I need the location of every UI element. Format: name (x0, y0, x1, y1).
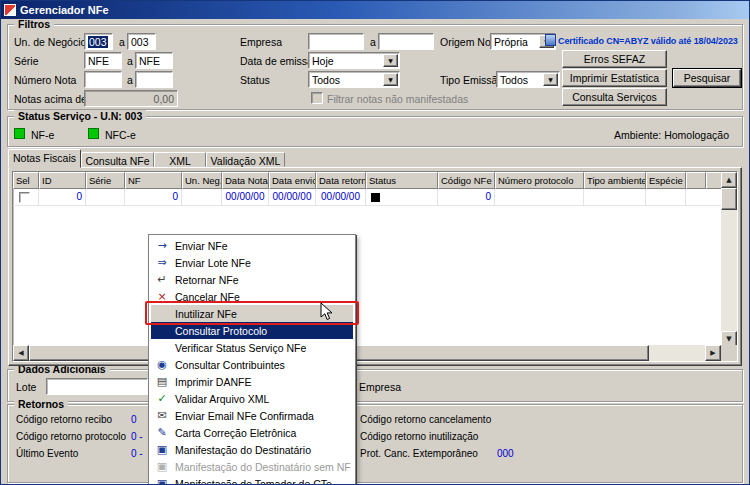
data-emissao-label: Data de emissão (240, 55, 319, 67)
numero-nota-to-input[interactable] (135, 71, 173, 88)
menu-item-cancelar-nfe[interactable]: ×Cancelar NFe (151, 288, 353, 305)
tab-xml[interactable]: XML (154, 152, 206, 167)
menu-item-validar-xml[interactable]: ✓Validar Arquivo XML (151, 390, 353, 407)
col-data-nota[interactable]: Data Nota (222, 172, 269, 189)
col-data-envio[interactable]: Data envio (269, 172, 316, 189)
enviar-email-icon: ✉ (151, 407, 173, 424)
menu-item-label: Consultar Protocolo (173, 325, 267, 337)
menu-item-label: Enviar NFe (173, 240, 228, 252)
menu-item-label: Carta Correção Eletrônica (173, 427, 296, 439)
cell-numero-protocolo (495, 189, 584, 206)
col-sel[interactable]: Sel (13, 172, 39, 189)
col-numero-protocolo[interactable]: Número protocolo (495, 172, 584, 189)
row-checkbox[interactable] (19, 192, 30, 203)
col-tipo-ambiente[interactable]: Tipo ambiente (584, 172, 646, 189)
numero-nota-from-input[interactable] (84, 71, 122, 88)
col-serie[interactable]: Série (86, 172, 125, 189)
status-servico-legend: Status Serviço - U.N: 003 (14, 110, 146, 122)
col-codigo-nfe[interactable]: Código NFe (438, 172, 495, 189)
tipo-emissao-select[interactable]: Todos▼ (496, 71, 560, 88)
data-emissao-select[interactable]: Hoje▼ (308, 52, 400, 69)
cell-data-retorno: 00/00/00 (316, 189, 366, 206)
menu-item-inutilizar-nfe[interactable]: Inutilizar NFe (151, 305, 353, 322)
menu-item-carta-correcao[interactable]: ✎Carta Correção Eletrônica (151, 424, 353, 441)
empresa-da-label: Empresa (359, 381, 401, 393)
vertical-scrollbar[interactable]: ▲ ▼ (721, 172, 737, 347)
menu-item-enviar-email[interactable]: ✉Enviar Email NFe Confirmada (151, 407, 353, 424)
erros-sefaz-button[interactable]: Erros SEFAZ (562, 50, 667, 68)
data-emissao-value: Hoje (312, 55, 334, 67)
col-especie[interactable]: Espécie (646, 172, 686, 189)
chevron-down-icon[interactable]: ▼ (383, 73, 398, 86)
status-filter-select[interactable]: Todos▼ (308, 71, 400, 88)
horizontal-scrollbar[interactable]: ◀ ▶ (13, 345, 721, 361)
imprimir-danfe-icon: ▤ (151, 373, 173, 390)
app-icon (4, 4, 16, 16)
menu-item-verificar-status[interactable]: Verificar Status Serviço NFe (151, 339, 353, 356)
menu-item-manifestacao-tomador[interactable]: ▣Manifestação de Tomador de CTe (151, 475, 353, 485)
scroll-right-icon[interactable]: ▶ (705, 345, 721, 361)
tab-notas-fiscais[interactable]: Notas Fiscais (8, 149, 81, 168)
col-data-retorno[interactable]: Data retorno (316, 172, 366, 189)
col-nf[interactable]: NF (125, 172, 182, 189)
serie-from-input[interactable]: NFE (84, 52, 122, 69)
retorno-protocolo-value: 0 - (131, 431, 143, 442)
lote-input[interactable] (46, 378, 148, 395)
scroll-left-icon[interactable]: ◀ (13, 345, 29, 361)
consulta-servicos-button[interactable]: Consulta Serviços (562, 88, 667, 106)
menu-item-consultar-protocolo[interactable]: Consultar Protocolo (151, 322, 353, 339)
un-negocio-to-input[interactable]: 003 (127, 33, 156, 50)
cell-especie (646, 189, 686, 206)
grid-header: Sel ID Série NF Un. Neg. Data Nota Data … (13, 172, 737, 189)
menu-item-enviar-lote-nfe[interactable]: ⇒Enviar Lote NFe (151, 254, 353, 271)
manifest-checkbox[interactable] (311, 92, 323, 104)
table-row[interactable]: 0 0 00/00/00 00/00/00 00/00/00 0 (13, 189, 737, 206)
cell-codigo-nfe: 0 (438, 189, 495, 206)
titlebar[interactable]: Gerenciador NFe (1, 1, 749, 19)
pesquisar-button[interactable]: Pesquisar (673, 69, 741, 87)
cell-id: 0 (39, 189, 86, 206)
context-menu: →Enviar NFe ⇒Enviar Lote NFe ↵Retornar N… (148, 234, 356, 485)
col-un-neg[interactable]: Un. Neg. (182, 172, 222, 189)
tab-validacao-xml[interactable]: Validação XML (206, 152, 285, 167)
serie-label: Série (14, 55, 39, 67)
col-id[interactable]: ID (39, 172, 86, 189)
menu-item-label: Verificar Status Serviço NFe (173, 342, 306, 354)
menu-item-retornar-nfe[interactable]: ↵Retornar NFe (151, 271, 353, 288)
scroll-up-icon[interactable]: ▲ (721, 172, 737, 188)
chevron-down-icon[interactable]: ▼ (383, 54, 398, 67)
menu-item-label: Manifestação de Tomador de CTe (173, 478, 332, 485)
range-separator: a (119, 36, 125, 48)
tab-consulta-nfe[interactable]: Consulta NFe (81, 152, 154, 167)
filters-legend: Filtros (14, 18, 54, 30)
un-negocio-from-input[interactable]: 003 (84, 33, 113, 50)
ambiente-label: Ambiente: Homologação (614, 129, 729, 141)
status-square-icon (371, 193, 380, 202)
range-separator: a (127, 55, 133, 67)
cell-data-envio: 00/00/00 (269, 189, 316, 206)
menu-item-label: Enviar Email NFe Confirmada (173, 410, 314, 422)
numero-nota-label: Número Nota (14, 74, 76, 86)
menu-item-label: Validar Arquivo XML (173, 393, 269, 405)
imprimir-estatistica-button[interactable]: Imprimir Estatística (562, 69, 667, 87)
menu-item-imprimir-danfe[interactable]: ▤Imprimir DANFE (151, 373, 353, 390)
menu-item-label: Retornar NFe (173, 274, 239, 286)
chevron-down-icon[interactable]: ▼ (543, 73, 558, 86)
col-status[interactable]: Status (366, 172, 438, 189)
vertical-scroll-thumb[interactable] (721, 188, 737, 210)
cancelar-nfe-icon: × (151, 288, 173, 305)
manifest-checkbox-label: Filtrar notas não manifestadas (327, 93, 468, 105)
menu-item-manifestacao-destinatario[interactable]: ▣Manifestação do Destinatário (151, 441, 353, 458)
retorno-recibo-label: Código retorno recibo (16, 414, 112, 425)
range-separator: a (370, 36, 376, 48)
manifestacao-sem-nf-icon: ▣ (151, 458, 173, 475)
empresa-from-input[interactable] (308, 33, 364, 50)
ultimo-evento-value: 0 - (131, 448, 143, 459)
menu-item-enviar-nfe[interactable]: →Enviar NFe (151, 237, 353, 254)
tipo-emissao-value: Todos (500, 74, 528, 86)
cell-sel (13, 189, 39, 206)
enviar-lote-nfe-icon: ⇒ (151, 254, 173, 271)
menu-item-consultar-contribuintes[interactable]: ◉Consultar Contribuintes (151, 356, 353, 373)
empresa-to-input[interactable] (378, 33, 434, 50)
serie-to-input[interactable]: NFE (135, 52, 173, 69)
